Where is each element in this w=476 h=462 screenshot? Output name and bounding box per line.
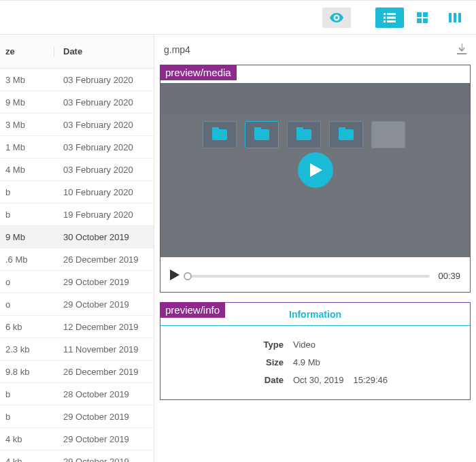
- svg-rect-0: [384, 13, 386, 15]
- play-icon: [170, 269, 180, 280]
- preview-info-label: preview/info: [160, 302, 225, 318]
- cell-size: 3 Mb: [0, 75, 54, 85]
- view-columns-button[interactable]: [441, 7, 469, 28]
- table-row[interactable]: 1 Mb03 February 2020: [0, 136, 154, 159]
- thumb-folder: [329, 121, 363, 148]
- eye-icon: [330, 13, 343, 22]
- cell-size: b: [0, 389, 54, 399]
- grid-icon: [417, 12, 428, 23]
- play-button[interactable]: [298, 152, 333, 188]
- table-row[interactable]: 4 Mb03 February 2020: [0, 159, 154, 181]
- cell-date: 03 February 2020: [54, 142, 154, 152]
- info-size-label: Size: [160, 357, 293, 367]
- cell-date: 19 February 2020: [54, 210, 154, 220]
- table-row[interactable]: 9 Mb30 October 2019: [0, 226, 154, 248]
- cell-size: 9 Mb: [0, 232, 54, 242]
- header-size[interactable]: ze: [0, 46, 54, 56]
- info-size-value: 4.9 Mb: [293, 357, 320, 367]
- cell-date: 26 December 2019: [54, 254, 154, 265]
- cell-size: 3 Mb: [0, 120, 54, 130]
- cell-date: 28 October 2019: [54, 389, 154, 399]
- table-row[interactable]: 4 kb29 October 2019: [0, 450, 154, 462]
- cell-size: 9.8 kb: [0, 367, 54, 377]
- cell-size: b: [0, 187, 54, 197]
- table-row[interactable]: 3 Mb03 February 2020: [0, 114, 154, 136]
- table-row[interactable]: 4 kb29 October 2019: [0, 428, 154, 450]
- preview-pane: g.mp4 preview/media: [154, 35, 476, 462]
- svg-rect-7: [423, 12, 428, 17]
- cell-date: 03 February 2020: [54, 120, 154, 130]
- cell-size: o: [0, 299, 54, 310]
- svg-rect-1: [387, 13, 396, 15]
- svg-rect-6: [417, 12, 422, 17]
- view-grid-button[interactable]: [408, 7, 437, 28]
- cell-size: 2.3 kb: [0, 344, 54, 354]
- table-row[interactable]: b10 February 2020: [0, 181, 154, 203]
- svg-rect-9: [423, 18, 428, 23]
- cell-size: 4 kb: [0, 457, 54, 463]
- cell-size: b: [0, 210, 54, 220]
- table-row[interactable]: b29 October 2019: [0, 406, 154, 428]
- cell-size: 4 kb: [0, 434, 54, 444]
- table-row[interactable]: 2.3 kb11 November 2019: [0, 338, 154, 361]
- columns-icon: [449, 13, 461, 22]
- cell-size: 4 Mb: [0, 165, 54, 175]
- play-icon: [310, 163, 322, 177]
- info-row-size: Size 4.9 Mb: [160, 353, 470, 371]
- thumb-image: [371, 121, 405, 148]
- control-play-button[interactable]: [170, 269, 180, 282]
- table-row[interactable]: b19 February 2020: [0, 203, 154, 226]
- file-table[interactable]: ze Date 3 Mb03 February 20209 Mb03 Febru…: [0, 35, 154, 462]
- svg-rect-5: [387, 20, 396, 22]
- table-row[interactable]: 9.8 kb26 December 2019: [0, 361, 154, 383]
- table-row[interactable]: b28 October 2019: [0, 383, 154, 406]
- svg-rect-11: [454, 13, 456, 22]
- cell-date: 12 December 2019: [54, 322, 154, 332]
- cell-date: 26 December 2019: [54, 367, 154, 377]
- cell-size: 1 Mb: [0, 142, 54, 152]
- table-row[interactable]: o29 October 2019: [0, 293, 154, 316]
- table-row[interactable]: .6 Mb26 December 2019: [0, 248, 154, 271]
- info-type-label: Type: [160, 340, 293, 350]
- table-row[interactable]: 6 kb12 December 2019: [0, 316, 154, 338]
- header-date[interactable]: Date: [54, 46, 154, 56]
- thumb-folder: [245, 121, 279, 148]
- thumb-folder: [287, 121, 321, 148]
- download-icon: [457, 44, 466, 54]
- cell-size: 9 Mb: [0, 97, 54, 108]
- info-row-type: Type Video: [160, 335, 470, 353]
- download-button[interactable]: [457, 44, 466, 56]
- view-list-button[interactable]: [375, 7, 404, 28]
- cell-date: 29 October 2019: [54, 299, 154, 310]
- cell-size: .6 Mb: [0, 254, 54, 265]
- cell-date: 30 October 2019: [54, 232, 154, 242]
- table-row[interactable]: 9 Mb03 February 2020: [0, 91, 154, 114]
- video-area[interactable]: [160, 83, 470, 257]
- table-header: ze Date: [0, 35, 154, 69]
- progress-bar[interactable]: [188, 275, 430, 278]
- thumb-folder: [203, 121, 237, 148]
- info-row-date: Date Oct 30, 201915:29:46: [160, 371, 470, 389]
- table-row[interactable]: 3 Mb03 February 2020: [0, 69, 154, 91]
- cell-date: 29 October 2019: [54, 434, 154, 444]
- cell-date: 29 October 2019: [54, 457, 154, 463]
- tab-information[interactable]: Information: [289, 309, 341, 320]
- cell-size: b: [0, 412, 54, 422]
- cell-date: 11 November 2019: [54, 344, 154, 354]
- toolbar: [0, 1, 476, 35]
- preview-toggle-button[interactable]: [322, 7, 351, 28]
- cell-date: 29 October 2019: [54, 412, 154, 422]
- svg-rect-10: [449, 13, 452, 22]
- video-controls: 00:39: [160, 257, 470, 292]
- progress-knob[interactable]: [184, 272, 192, 280]
- info-date-value: Oct 30, 201915:29:46: [293, 375, 388, 385]
- cell-date: 10 February 2020: [54, 187, 154, 197]
- info-date-label: Date: [160, 375, 293, 385]
- info-type-value: Video: [293, 340, 316, 350]
- table-row[interactable]: o29 October 2019: [0, 271, 154, 293]
- svg-rect-12: [458, 13, 461, 22]
- preview-filename: g.mp4: [164, 44, 190, 55]
- svg-rect-3: [387, 16, 396, 18]
- svg-rect-4: [384, 20, 386, 22]
- video-thumbnail-row: [203, 121, 463, 148]
